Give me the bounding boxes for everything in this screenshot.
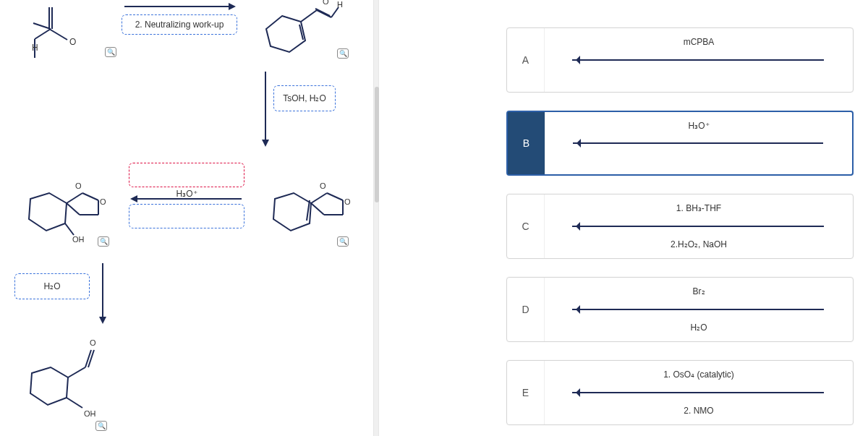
option-reagent-bottom: H₂O <box>545 322 853 333</box>
option-arrow <box>572 226 824 227</box>
option-arrow <box>573 142 823 144</box>
option-reagent-top: mCPBA <box>545 37 853 47</box>
option-body: 1. OsO₄ (catalytic) 2. NMO <box>545 361 853 424</box>
option-reagent-bottom: 2.H₂O₂, NaOH <box>545 239 853 249</box>
oh-label: OH <box>72 235 85 244</box>
option-arrow <box>572 392 824 393</box>
reagent-slot-bottom[interactable] <box>129 204 244 228</box>
step-arrow-top <box>122 0 237 13</box>
left-scrollbar[interactable] <box>373 0 379 436</box>
structure-bottom-left: O OH <box>10 333 119 427</box>
h2o-reagent-box[interactable]: H₂O <box>14 273 90 299</box>
o-label: O <box>323 0 329 6</box>
o-label: O <box>100 197 106 206</box>
svg-marker-8 <box>273 193 311 231</box>
tsoh-reagent-box[interactable]: TsOH, H₂O <box>273 85 336 111</box>
svg-marker-1 <box>229 3 236 10</box>
option-body: mCPBA <box>545 28 853 92</box>
tsoh-label: TsOH, H₂O <box>283 93 326 103</box>
svg-marker-7 <box>130 195 137 202</box>
option-reagent-top: H₃O⁺ <box>545 121 852 131</box>
h2o-label: H₂O <box>44 281 61 291</box>
option-body: 1. BH₃-THF 2.H₂O₂, NaOH <box>545 195 853 258</box>
option-c[interactable]: C 1. BH₃-THF 2.H₂O₂, NaOH <box>506 194 854 259</box>
o-label: O <box>69 37 76 47</box>
option-a[interactable]: A mCPBA <box>506 27 854 93</box>
o-label: O <box>90 338 96 347</box>
scroll-thumb[interactable] <box>375 87 379 202</box>
option-letter: A <box>507 28 545 92</box>
o-label: O <box>344 197 351 206</box>
svg-marker-11 <box>30 367 68 405</box>
option-letter: E <box>507 361 545 424</box>
h-label: H <box>337 0 343 9</box>
option-letter: B <box>508 112 545 174</box>
option-e[interactable]: E 1. OsO₄ (catalytic) 2. NMO <box>506 360 854 425</box>
option-body: Br₂ H₂O <box>545 278 853 341</box>
down-arrow-h2o <box>96 260 109 325</box>
option-reagent-top: 1. BH₃-THF <box>545 203 853 213</box>
step-2-label: 2. Neutralizing work-up <box>135 20 224 30</box>
o-label: O <box>75 181 82 190</box>
option-reagent-top: Br₂ <box>545 286 853 296</box>
svg-marker-2 <box>266 16 305 52</box>
option-body: H₃O⁺ <box>545 112 852 174</box>
option-d[interactable]: D Br₂ H₂O <box>506 277 854 342</box>
down-arrow-tsoh <box>259 69 272 148</box>
back-arrow-mid <box>129 194 244 204</box>
h-label: H <box>32 43 38 53</box>
svg-marker-4 <box>262 140 269 147</box>
zoom-structure-4[interactable]: 🔍 <box>337 236 349 247</box>
reagent-slot-top[interactable] <box>129 163 244 187</box>
oh-label: OH <box>84 409 96 418</box>
svg-marker-10 <box>99 317 106 324</box>
option-b[interactable]: B H₃O⁺ <box>506 111 854 176</box>
zoom-structure-3[interactable]: 🔍 <box>98 236 109 247</box>
option-reagent-top: 1. OsO₄ (catalytic) <box>545 369 853 380</box>
svg-marker-5 <box>29 193 67 231</box>
option-letter: D <box>507 278 545 341</box>
option-arrow <box>572 309 824 310</box>
option-letter: C <box>507 195 545 258</box>
zoom-structure-1[interactable]: 🔍 <box>105 47 116 57</box>
option-reagent-bottom: 2. NMO <box>545 406 853 416</box>
o-label: O <box>320 181 326 190</box>
option-arrow <box>572 59 824 61</box>
structure-top-left: H O <box>13 0 100 65</box>
zoom-structure-5[interactable]: 🔍 <box>95 421 107 431</box>
zoom-structure-2[interactable]: 🔍 <box>337 48 349 59</box>
step-2-label-box[interactable]: 2. Neutralizing work-up <box>122 14 237 35</box>
